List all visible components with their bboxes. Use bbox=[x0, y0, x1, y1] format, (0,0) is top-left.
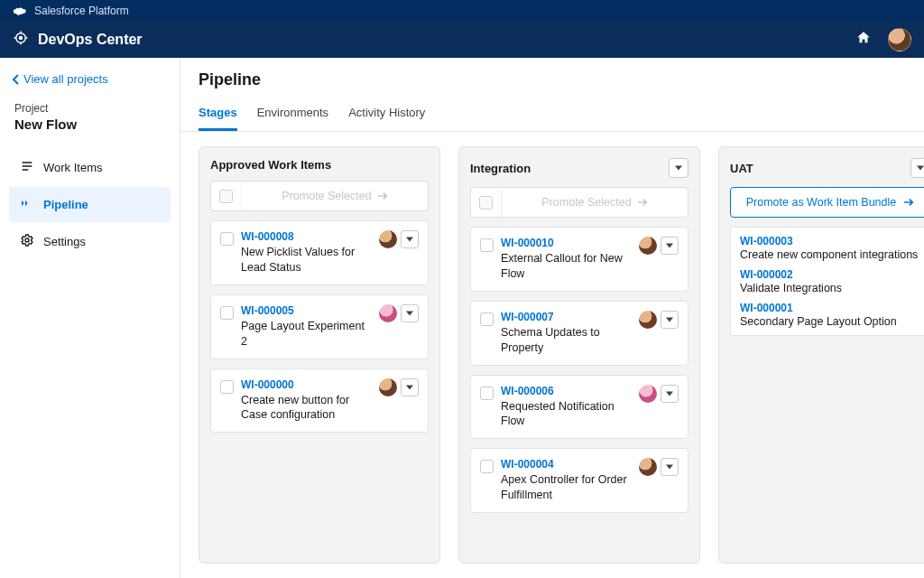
select-all-checkbox[interactable] bbox=[479, 196, 493, 210]
work-item-checkbox[interactable] bbox=[220, 232, 234, 246]
salesforce-topbar: Salesforce Platform bbox=[0, 0, 924, 22]
page-title: Pipeline bbox=[180, 70, 924, 98]
column-title: Approved Work Items bbox=[210, 158, 331, 172]
work-item-title: External Callout for New Flow bbox=[501, 251, 632, 282]
uat-bundle-list: WI-000003Create new component integratio… bbox=[730, 227, 924, 336]
assignee-avatar[interactable] bbox=[639, 458, 657, 476]
pipeline-icon bbox=[20, 196, 34, 213]
work-item-title: Create new button for Case configuration bbox=[241, 393, 372, 424]
work-item-menu-button[interactable] bbox=[401, 230, 419, 248]
uat-work-item[interactable]: WI-000002Validate Integrations bbox=[740, 268, 920, 294]
work-item-card[interactable]: WI-000004Apex Controller for Order Fulfi… bbox=[470, 448, 688, 513]
sidebar-item-work-items[interactable]: Work Items bbox=[9, 150, 171, 185]
work-item-title: Apex Controller for Order Fulfillment bbox=[501, 472, 632, 503]
pipeline-columns: Approved Work ItemsPromote SelectedWI-00… bbox=[180, 132, 924, 578]
work-item-title: Secondary Page Layout Option bbox=[740, 315, 920, 328]
sidebar-item-pipeline[interactable]: Pipeline bbox=[9, 187, 171, 222]
work-item-title: Schema Updates to Property bbox=[501, 325, 632, 356]
assignee-avatar[interactable] bbox=[379, 230, 397, 248]
work-item-title: New Picklist Values for Lead Status bbox=[241, 245, 372, 275]
work-items-icon bbox=[20, 159, 34, 176]
assignee-avatar[interactable] bbox=[639, 385, 657, 403]
work-item-card[interactable]: WI-000006Requested Notification Flow bbox=[470, 375, 688, 440]
salesforce-brand-label: Salesforce Platform bbox=[34, 5, 129, 17]
main-content: Pipeline StagesEnvironmentsActivity Hist… bbox=[180, 58, 924, 578]
app-header: DevOps Center bbox=[0, 22, 924, 58]
work-item-menu-button[interactable] bbox=[661, 458, 679, 476]
work-item-id[interactable]: WI-000001 bbox=[740, 302, 920, 314]
column-title: Integration bbox=[470, 162, 531, 175]
work-item-menu-button[interactable] bbox=[661, 311, 679, 329]
back-link-label: View all projects bbox=[23, 72, 108, 86]
user-avatar[interactable] bbox=[888, 28, 911, 51]
project-name: New Flow bbox=[14, 117, 165, 132]
work-item-id[interactable]: WI-000006 bbox=[501, 385, 632, 397]
promote-selected-bar: Promote Selected bbox=[210, 181, 429, 211]
work-item-menu-button[interactable] bbox=[661, 385, 679, 403]
back-to-projects-link[interactable]: View all projects bbox=[9, 72, 171, 86]
settings-icon bbox=[20, 233, 34, 250]
promote-bundle-button[interactable]: Promote as Work Item Bundle bbox=[730, 187, 924, 218]
assignee-avatar[interactable] bbox=[639, 237, 657, 255]
tab-environments[interactable]: Environments bbox=[257, 98, 328, 131]
work-item-checkbox[interactable] bbox=[480, 460, 494, 473]
tab-stages[interactable]: Stages bbox=[199, 98, 237, 131]
home-icon[interactable] bbox=[855, 30, 872, 50]
sidebar-item-label: Pipeline bbox=[43, 198, 88, 211]
devops-target-icon bbox=[13, 30, 29, 50]
work-item-id[interactable]: WI-000010 bbox=[501, 237, 632, 249]
pipeline-column-approved-work-items: Approved Work ItemsPromote SelectedWI-00… bbox=[199, 146, 440, 564]
work-item-checkbox[interactable] bbox=[480, 238, 494, 252]
sidebar-item-settings[interactable]: Settings bbox=[9, 224, 171, 259]
sidebar-item-label: Settings bbox=[43, 235, 86, 248]
work-item-id[interactable]: WI-000003 bbox=[740, 235, 920, 247]
work-item-title: Requested Notification Flow bbox=[501, 399, 632, 430]
tab-activity-history[interactable]: Activity History bbox=[348, 98, 425, 131]
work-item-card[interactable]: WI-000005Page Layout Experiment 2 bbox=[210, 294, 429, 359]
work-item-menu-button[interactable] bbox=[401, 304, 419, 322]
work-item-title: Page Layout Experiment 2 bbox=[241, 319, 372, 350]
promote-selected-bar: Promote Selected bbox=[470, 187, 688, 218]
sidebar: View all projects Project New Flow Work … bbox=[0, 58, 180, 578]
column-menu-button[interactable] bbox=[669, 158, 688, 178]
work-item-id[interactable]: WI-000008 bbox=[241, 230, 372, 243]
svg-point-1 bbox=[20, 37, 23, 40]
work-item-checkbox[interactable] bbox=[220, 306, 234, 320]
work-item-card[interactable]: WI-000010External Callout for New Flow bbox=[470, 227, 688, 292]
svg-point-2 bbox=[25, 238, 29, 242]
uat-work-item[interactable]: WI-000001Secondary Page Layout Option bbox=[740, 302, 920, 328]
work-item-id[interactable]: WI-000005 bbox=[241, 304, 372, 317]
work-item-id[interactable]: WI-000000 bbox=[241, 378, 372, 391]
pipeline-column-integration: IntegrationPromote SelectedWI-000010Exte… bbox=[458, 146, 700, 564]
promote-selected-button[interactable]: Promote Selected bbox=[502, 196, 688, 209]
column-title: UAT bbox=[730, 162, 753, 175]
work-item-title: Create new component integrations bbox=[740, 248, 920, 261]
sidebar-item-label: Work Items bbox=[43, 161, 103, 174]
promote-selected-button[interactable]: Promote Selected bbox=[242, 190, 428, 202]
work-item-checkbox[interactable] bbox=[480, 312, 494, 326]
uat-work-item[interactable]: WI-000003Create new component integratio… bbox=[740, 235, 920, 261]
work-item-title: Validate Integrations bbox=[740, 282, 920, 294]
pipeline-column-uat: UATPromote as Work Item BundleWI-000003C… bbox=[718, 146, 924, 564]
work-item-card[interactable]: WI-000000Create new button for Case conf… bbox=[210, 368, 429, 434]
assignee-avatar[interactable] bbox=[379, 378, 397, 396]
project-label: Project bbox=[14, 102, 165, 115]
work-item-checkbox[interactable] bbox=[220, 380, 234, 394]
work-item-card[interactable]: WI-000007Schema Updates to Property bbox=[470, 301, 688, 366]
work-item-id[interactable]: WI-000004 bbox=[501, 458, 632, 471]
select-all-checkbox[interactable] bbox=[219, 190, 233, 203]
work-item-id[interactable]: WI-000007 bbox=[501, 311, 632, 323]
assignee-avatar[interactable] bbox=[639, 311, 657, 329]
assignee-avatar[interactable] bbox=[379, 304, 397, 322]
work-item-card[interactable]: WI-000008New Picklist Values for Lead St… bbox=[210, 220, 429, 285]
work-item-menu-button[interactable] bbox=[661, 237, 679, 255]
app-title: DevOps Center bbox=[38, 32, 143, 48]
work-item-checkbox[interactable] bbox=[480, 387, 494, 400]
tabs: StagesEnvironmentsActivity History bbox=[180, 98, 924, 132]
column-menu-button[interactable] bbox=[910, 158, 924, 178]
work-item-menu-button[interactable] bbox=[401, 378, 419, 396]
salesforce-cloud-icon bbox=[13, 5, 29, 18]
work-item-id[interactable]: WI-000002 bbox=[740, 268, 920, 281]
